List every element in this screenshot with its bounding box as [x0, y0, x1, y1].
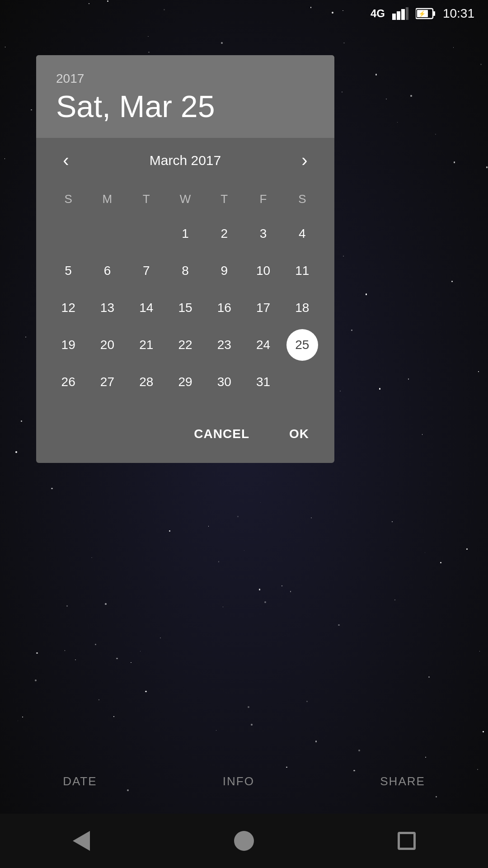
calendar-day-17[interactable]: 17	[248, 292, 279, 324]
ok-button[interactable]: OK	[278, 420, 320, 448]
back-button[interactable]	[68, 827, 95, 854]
calendar-cell[interactable]: 28	[127, 364, 166, 400]
calendar-cell[interactable]: 31	[244, 364, 282, 400]
calendar-cell[interactable]: 29	[166, 364, 205, 400]
calendar-cell[interactable]: 3	[244, 216, 282, 251]
calendar-day-25[interactable]: 25	[286, 329, 318, 361]
tab-share[interactable]: SHARE	[366, 767, 440, 796]
day-header-wed: W	[166, 187, 205, 212]
calendar-day-empty	[91, 218, 123, 250]
calendar-day-empty	[131, 218, 162, 250]
calendar-day-27[interactable]: 27	[91, 366, 123, 398]
calendar-cell[interactable]: 30	[205, 364, 244, 400]
calendar-cell[interactable]: 5	[49, 253, 88, 288]
calendar-day-24[interactable]: 24	[248, 329, 279, 361]
calendar-day-13[interactable]: 13	[91, 292, 123, 324]
day-header-mon: M	[88, 187, 127, 212]
calendar-cell[interactable]: 1	[166, 216, 205, 251]
calendar-cell[interactable]: 21	[127, 327, 166, 363]
calendar-day-5[interactable]: 5	[52, 255, 84, 287]
calendar-day-12[interactable]: 12	[52, 292, 84, 324]
calendar-cell[interactable]: 16	[205, 290, 244, 326]
calendar-cell	[88, 216, 127, 251]
home-button[interactable]	[230, 827, 258, 854]
calendar-day-31[interactable]: 31	[248, 366, 279, 398]
calendar-day-21[interactable]: 21	[131, 329, 162, 361]
svg-rect-1	[397, 11, 400, 20]
calendar-cell[interactable]: 12	[49, 290, 88, 326]
month-navigation: ‹ March 2017 ›	[49, 147, 322, 174]
calendar-day-20[interactable]: 20	[91, 329, 123, 361]
calendar-cell[interactable]: 9	[205, 253, 244, 288]
signal-icon	[392, 7, 408, 20]
day-header-sun: S	[49, 187, 88, 212]
calendar-cell[interactable]: 24	[244, 327, 282, 363]
calendar-cell[interactable]: 8	[166, 253, 205, 288]
calendar-day-26[interactable]: 26	[52, 366, 84, 398]
calendar-day-6[interactable]: 6	[91, 255, 123, 287]
calendar-day-29[interactable]: 29	[169, 366, 201, 398]
next-month-button[interactable]: ›	[291, 147, 318, 174]
calendar-day-empty	[52, 218, 84, 250]
calendar-cell	[283, 364, 322, 400]
calendar-day-15[interactable]: 15	[169, 292, 201, 324]
calendar-cell[interactable]: 14	[127, 290, 166, 326]
calendar-day-16[interactable]: 16	[208, 292, 240, 324]
day-header-sat: S	[283, 187, 322, 212]
calendar-cell[interactable]: 25	[283, 327, 322, 363]
calendar-day-3[interactable]: 3	[248, 218, 279, 250]
dialog-header: 2017 Sat, Mar 25	[36, 55, 334, 138]
calendar-cell[interactable]: 10	[244, 253, 282, 288]
cancel-button[interactable]: CANCEL	[183, 420, 260, 448]
calendar-day-18[interactable]: 18	[286, 292, 318, 324]
tab-info[interactable]: INFO	[208, 767, 269, 796]
tab-date[interactable]: DATE	[48, 767, 111, 796]
calendar-day-30[interactable]: 30	[208, 366, 240, 398]
calendar-day-22[interactable]: 22	[169, 329, 201, 361]
recent-button[interactable]	[393, 827, 420, 854]
day-headers: S M T W T F S	[49, 187, 322, 212]
calendar-cell	[127, 216, 166, 251]
svg-rect-0	[392, 14, 396, 20]
calendar-cell[interactable]: 22	[166, 327, 205, 363]
calendar-cell[interactable]: 4	[283, 216, 322, 251]
status-bar: 4G ⚡ 10:31	[0, 0, 488, 27]
day-header-tue: T	[127, 187, 166, 212]
dialog-actions: CANCEL OK	[36, 409, 334, 463]
calendar-cell[interactable]: 17	[244, 290, 282, 326]
calendar-day-11[interactable]: 11	[286, 255, 318, 287]
calendar-day-10[interactable]: 10	[248, 255, 279, 287]
selected-year: 2017	[56, 71, 314, 86]
calendar-cell[interactable]: 7	[127, 253, 166, 288]
svg-rect-5	[433, 11, 435, 16]
calendar-day-14[interactable]: 14	[131, 292, 162, 324]
calendar-cell[interactable]: 2	[205, 216, 244, 251]
calendar-day-19[interactable]: 19	[52, 329, 84, 361]
calendar-cell	[49, 216, 88, 251]
calendar-cell[interactable]: 27	[88, 364, 127, 400]
svg-text:⚡: ⚡	[418, 10, 426, 18]
calendar-cell[interactable]: 23	[205, 327, 244, 363]
svg-rect-2	[401, 9, 405, 20]
calendar-day-8[interactable]: 8	[169, 255, 201, 287]
calendar-day-23[interactable]: 23	[208, 329, 240, 361]
home-icon	[234, 831, 254, 851]
calendar-day-28[interactable]: 28	[131, 366, 162, 398]
calendar-cell[interactable]: 11	[283, 253, 322, 288]
calendar-cell[interactable]: 20	[88, 327, 127, 363]
calendar-cell[interactable]: 19	[49, 327, 88, 363]
calendar-cell[interactable]: 26	[49, 364, 88, 400]
calendar-day-2[interactable]: 2	[208, 218, 240, 250]
calendar-day-1[interactable]: 1	[169, 218, 201, 250]
calendar-cell[interactable]: 15	[166, 290, 205, 326]
calendar-section: ‹ March 2017 › S M T W T F S 12345678910…	[36, 138, 334, 409]
battery-icon: ⚡	[416, 8, 436, 19]
calendar-day-7[interactable]: 7	[131, 255, 162, 287]
calendar-cell[interactable]: 13	[88, 290, 127, 326]
bottom-tabs: DATE INFO SHARE	[0, 758, 488, 805]
calendar-day-4[interactable]: 4	[286, 218, 318, 250]
calendar-cell[interactable]: 6	[88, 253, 127, 288]
prev-month-button[interactable]: ‹	[52, 147, 80, 174]
calendar-cell[interactable]: 18	[283, 290, 322, 326]
calendar-day-9[interactable]: 9	[208, 255, 240, 287]
